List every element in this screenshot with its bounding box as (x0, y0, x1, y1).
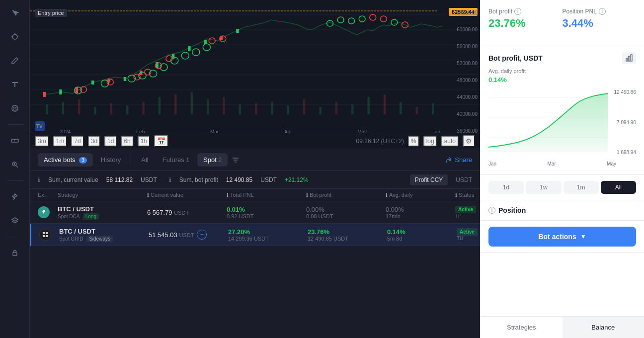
bot-profit-info-icon[interactable]: i (514, 8, 521, 15)
lock-icon[interactable] (7, 245, 23, 261)
add-funds-button[interactable]: + (197, 230, 207, 240)
table-row[interactable]: BTC / USDT Spot DCA Long 6 567.79 USDT 0… (30, 201, 480, 224)
profit-ccy-button[interactable]: Profit CCY (410, 174, 448, 185)
profit-chart-section: Bot profit, USDT Avg. daily profit 0.14% (481, 44, 644, 175)
tab-spot[interactable]: Spot 2 (197, 153, 228, 167)
timeframe-1m[interactable]: 1m (53, 136, 68, 147)
svg-rect-99 (46, 235, 48, 237)
svg-rect-42 (303, 99, 305, 114)
auto-btn[interactable]: auto (441, 136, 459, 147)
tradingview-logo: TV (35, 121, 45, 131)
bot-profit-pct: +21.12% (285, 176, 309, 183)
timeframe-3d[interactable]: 3d (88, 136, 100, 147)
bot-actions-label: Bot actions (538, 233, 576, 241)
position-pnl-info-icon[interactable]: i (599, 8, 606, 15)
svg-point-85 (359, 16, 365, 22)
chart-toolbar: 3m 1m 7d 3d 1d 6h 1h 📅 09:26:12 (UTC+2) … (30, 133, 480, 149)
tab-balance[interactable]: Balance (563, 317, 644, 338)
svg-rect-49 (416, 107, 418, 114)
tab-all[interactable]: All (135, 153, 154, 167)
period-1w[interactable]: 1w (526, 181, 561, 194)
percent-btn[interactable]: % (408, 136, 419, 147)
period-all[interactable]: All (601, 181, 636, 194)
emoji-icon[interactable] (7, 100, 23, 116)
tab-divider (131, 155, 131, 165)
svg-rect-98 (43, 235, 45, 237)
chart-section: Entry price 62569.44 (30, 0, 480, 149)
settings-icon[interactable]: ⚙ (463, 135, 475, 147)
svg-rect-45 (351, 104, 353, 114)
pencil-icon[interactable] (7, 53, 23, 69)
tab-history[interactable]: History (95, 153, 127, 167)
timeframe-1d[interactable]: 1d (104, 136, 117, 147)
filter-button[interactable] (230, 154, 242, 166)
bot-profit-metric-value: 23.76% (488, 17, 555, 30)
table-row-selected[interactable]: BTC / USDT Spot GRID Sideways 51 545.03 … (30, 224, 480, 246)
bot-actions-button[interactable]: Bot actions ▼ (488, 227, 636, 247)
tab-futures[interactable]: Futures 1 (157, 153, 195, 167)
y-mid: 7 094.90 (614, 120, 637, 125)
position-header: i Position (488, 206, 636, 214)
svg-point-84 (348, 18, 355, 24)
tab-active-bots[interactable]: Active bots 3 (38, 153, 93, 167)
bot-profit-2: 23.76% 12 490.85 USDT (308, 228, 387, 242)
svg-point-80 (209, 38, 215, 44)
svg-point-87 (380, 16, 387, 22)
crosshair-icon[interactable] (7, 29, 23, 45)
timeframe-calendar[interactable]: 📅 (154, 135, 168, 147)
cursor-icon[interactable] (7, 5, 23, 21)
metrics-row: Bot profit i 23.76% Position PNL i 3.44% (488, 8, 636, 30)
zoom-icon[interactable] (7, 157, 23, 172)
timeframe-1h[interactable]: 1h (138, 136, 150, 147)
chart-type-button[interactable] (622, 52, 636, 64)
svg-point-6 (13, 107, 14, 108)
timeframe-7d[interactable]: 7d (71, 136, 83, 147)
avg-daily-value: 0.14% (488, 76, 636, 84)
svg-rect-28 (78, 99, 80, 114)
price-grid: 64000.00 60000.00 56000.00 52000.00 4800… (440, 0, 480, 149)
pin-icon[interactable] (7, 189, 23, 205)
position-info-icon[interactable]: i (488, 207, 495, 214)
svg-rect-60 (188, 46, 190, 51)
left-toolbar (0, 0, 30, 338)
timeframe-6h[interactable]: 6h (121, 136, 133, 147)
bot-profit-metric-label: Bot profit i (488, 8, 555, 15)
profit-chart-header: Bot profit, USDT (488, 52, 636, 64)
share-button[interactable]: Share (446, 156, 472, 164)
right-bottom-tabs: Strategies Balance (481, 316, 644, 338)
svg-rect-32 (143, 102, 145, 114)
period-buttons: 1d 1w 1m All (481, 175, 644, 200)
avg-daily-label: Avg. daily profit (488, 68, 636, 74)
timeframe-3m[interactable]: 3m (35, 136, 49, 147)
text-icon[interactable] (7, 77, 23, 92)
svg-rect-40 (271, 102, 273, 114)
usdt-label: USDT (456, 176, 472, 183)
layers-icon[interactable] (7, 213, 23, 229)
svg-rect-46 (368, 97, 370, 114)
strategy-2: BTC / USDT Spot GRID Sideways (59, 228, 149, 242)
status-1: Active TP (455, 206, 480, 219)
log-btn[interactable]: log (423, 136, 437, 147)
svg-rect-26 (46, 104, 48, 114)
profit-chart-title: Bot profit, USDT (488, 54, 543, 62)
svg-rect-33 (159, 97, 161, 114)
ruler-icon[interactable] (7, 133, 23, 149)
period-1d[interactable]: 1d (488, 181, 524, 194)
tab-strategies[interactable]: Strategies (481, 317, 563, 338)
svg-rect-37 (223, 97, 225, 114)
current-value-1: 6 567.79 USDT (147, 209, 227, 216)
bot-profit-value: 12 490.85 (226, 176, 252, 183)
exchange-icon-2 (39, 229, 59, 241)
svg-point-72 (192, 49, 200, 56)
svg-point-71 (181, 52, 189, 59)
svg-line-14 (16, 166, 18, 168)
info-icon-2: ℹ (169, 176, 171, 183)
right-panel: Bot profit i 23.76% Position PNL i 3.44%… (480, 0, 644, 338)
current-value-unit: USDT (141, 176, 157, 183)
svg-rect-43 (319, 107, 321, 114)
svg-point-88 (391, 19, 398, 25)
svg-rect-63 (236, 29, 239, 33)
chart-tools-right: 09:26:12 (UTC+2) % log auto ⚙ (356, 135, 475, 147)
svg-rect-39 (255, 103, 257, 114)
period-1m[interactable]: 1m (564, 181, 599, 194)
